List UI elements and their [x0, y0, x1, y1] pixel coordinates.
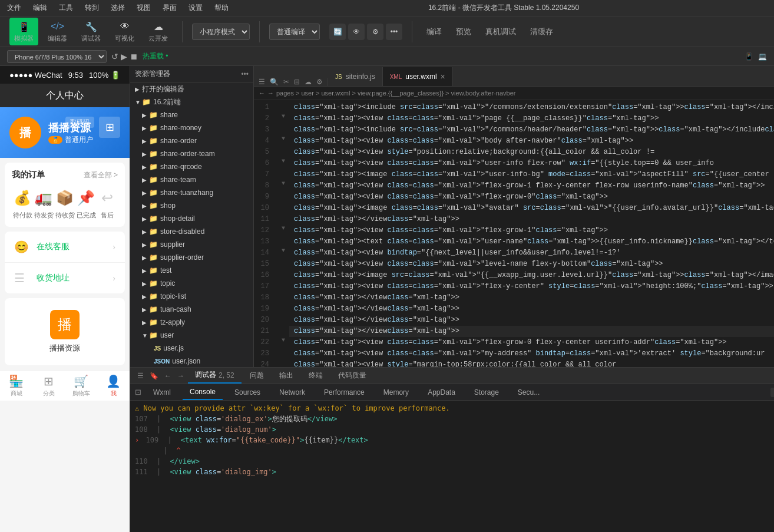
bookmark-icon[interactable]: 🔖 — [147, 372, 161, 380]
compile-button[interactable]: 编译 — [422, 24, 446, 39]
menu-interface[interactable]: 界面 — [160, 2, 179, 14]
footer-cart[interactable]: 🛒 购物车 — [65, 374, 97, 398]
split-icon[interactable]: ⊟ — [292, 78, 302, 86]
folder-user[interactable]: ▼📁user — [130, 329, 253, 342]
code-quality-tab[interactable]: 代码质量 — [331, 368, 373, 384]
folder-share-order[interactable]: ▶📁share-order — [130, 134, 253, 147]
back-icon[interactable]: ← — [259, 90, 265, 97]
online-service-row[interactable]: 😊 在线客服 › — [5, 232, 125, 263]
footer-me[interactable]: 👤 我 — [97, 374, 130, 398]
console-tab[interactable]: Console — [183, 385, 223, 400]
folder-tz-apply[interactable]: ▶📁tz-apply — [130, 316, 253, 329]
console-toggle-icon[interactable]: ⊡ — [135, 388, 141, 396]
compile-select[interactable]: 普通编译 — [269, 24, 320, 40]
settings-nav-icon[interactable]: ⚙ — [314, 78, 325, 86]
folder-share-tuanzhang[interactable]: ▶📁share-tuanzhang — [130, 186, 253, 199]
nav-fwd-icon[interactable]: → — [175, 372, 187, 380]
folder-share-qrcode[interactable]: ▶📁share-qrcode — [130, 160, 253, 173]
menu-edit[interactable]: 编辑 — [31, 2, 49, 14]
footer-category[interactable]: ⊞ 分类 — [32, 374, 65, 398]
wxml-tab[interactable]: Wxml — [146, 385, 178, 400]
play-button[interactable]: ▶ — [121, 52, 127, 61]
folder-supplier[interactable]: ▶📁supplier — [130, 238, 253, 251]
menu-settings[interactable]: 设置 — [186, 2, 205, 14]
sources-tab[interactable]: Sources — [227, 385, 267, 400]
visual-button[interactable]: 👁 可视化 — [110, 18, 139, 45]
extract-code-button[interactable]: 取码码 — [65, 117, 94, 128]
folder-shop-detail[interactable]: ▶📁shop-detail — [130, 212, 253, 225]
qr-code-button[interactable]: ⊞ — [99, 117, 120, 138]
footer-shop[interactable]: 🏪 商城 — [0, 374, 32, 398]
tab-siteinfo[interactable]: JS siteinfo.js — [328, 67, 383, 86]
hot-reload-button[interactable]: 热重载 • — [143, 51, 168, 61]
mode-select[interactable]: 小程序模式 — [192, 24, 250, 40]
debug-panel-icon[interactable]: ☰ — [135, 372, 146, 380]
rotate-button[interactable]: ↺ — [111, 52, 118, 61]
appdata-tab[interactable]: AppData — [421, 385, 462, 400]
address-row[interactable]: ☰ 收货地址 › — [5, 263, 125, 293]
tab-user-wxml[interactable]: XML user.wxml × — [383, 67, 453, 86]
service-selector[interactable]: appservice (#2) — [770, 388, 774, 397]
code-area[interactable]: class="xml-tag"><include src=class="xml-… — [289, 100, 774, 367]
device-select[interactable]: Phone 6/7/8 Plus 100% 16 — [7, 50, 107, 63]
tablet-icon[interactable]: 💻 — [758, 52, 767, 61]
folder-shop[interactable]: ▶📁shop — [130, 199, 253, 212]
orders-more[interactable]: 查看全部 > — [84, 170, 118, 180]
cloud-nav-icon[interactable]: ☁ — [302, 78, 314, 86]
file-panel-more-icon[interactable]: ••• — [241, 70, 249, 78]
root-folder[interactable]: ▼ 📁 16.2前端 — [130, 95, 253, 108]
nav-icon[interactable]: ✂ — [281, 78, 292, 86]
order-icon-aftersale[interactable]: ↩ 售后 — [97, 187, 118, 220]
terminal-tab[interactable]: 终端 — [302, 368, 330, 384]
file-user-json[interactable]: JSONuser.json — [130, 355, 253, 367]
open-editors-section[interactable]: ▶ 打开的编辑器 — [130, 82, 253, 95]
performance-tab[interactable]: Performance — [317, 385, 372, 400]
settings-button[interactable]: ⚙ — [367, 24, 383, 40]
menu-help[interactable]: 帮助 — [212, 2, 231, 14]
storage-tab[interactable]: Storage — [467, 385, 506, 400]
memory-tab[interactable]: Memory — [376, 385, 416, 400]
folder-share[interactable]: ▶📁share — [130, 108, 253, 121]
secu-tab[interactable]: Secu... — [511, 385, 547, 400]
folder-topic-list[interactable]: ▶📁topic-list — [130, 290, 253, 303]
panel-icon[interactable]: ☰ — [256, 78, 267, 86]
folder-store-disabled[interactable]: ▶📁store-disabled — [130, 225, 253, 238]
folder-share-team[interactable]: ▶📁share-team — [130, 173, 253, 186]
forward-icon[interactable]: → — [267, 90, 274, 97]
file-user-js[interactable]: JSuser.js — [130, 342, 253, 355]
folder-tuan-cash[interactable]: ▶📁tuan-cash — [130, 303, 253, 316]
eye-button[interactable]: 👁 — [348, 24, 365, 40]
folder-topic[interactable]: ▶📁topic — [130, 277, 253, 290]
menu-view[interactable]: 视图 — [134, 2, 153, 14]
refresh-button[interactable]: 🔄 — [329, 24, 346, 40]
debugger-tab[interactable]: 调试器 2, 52 — [188, 368, 242, 384]
search-icon[interactable]: 🔍 — [267, 78, 281, 86]
menu-tools[interactable]: 工具 — [57, 2, 75, 14]
real-machine-button[interactable]: 真机调试 — [481, 24, 521, 39]
network-tab[interactable]: Network — [272, 385, 312, 400]
preview-button[interactable]: 预览 — [451, 24, 476, 39]
menu-select[interactable]: 选择 — [108, 2, 127, 14]
folder-share-order-team[interactable]: ▶📁share-order-team — [130, 147, 253, 160]
folder-supplier-order[interactable]: ▶📁supplier-order — [130, 251, 253, 264]
order-icon-done[interactable]: 📌 已完成 — [75, 187, 97, 220]
editor-button[interactable]: </> 编辑器 — [43, 18, 72, 45]
simulator-button[interactable]: 📱 模拟器 — [9, 18, 38, 45]
menu-file[interactable]: 文件 — [5, 2, 24, 14]
order-icon-pending-ship[interactable]: 🚛 待发货 — [33, 187, 54, 220]
order-icon-pending-pay[interactable]: 💰 待付款 — [12, 187, 33, 220]
debugger-button[interactable]: 🔧 调试器 — [77, 18, 105, 45]
problems-tab[interactable]: 问题 — [243, 368, 271, 384]
tab-close-icon[interactable]: × — [441, 72, 445, 81]
output-tab[interactable]: 输出 — [272, 368, 300, 384]
menu-goto[interactable]: 转到 — [82, 2, 101, 14]
nav-back-icon[interactable]: ← — [162, 372, 174, 380]
cloud-button[interactable]: ☁ 云开发 — [144, 18, 173, 45]
folder-test[interactable]: ▶📁test — [130, 264, 253, 277]
folder-share-money[interactable]: ▶📁share-money — [130, 121, 253, 134]
more-button[interactable]: ••• — [386, 24, 402, 40]
order-icon-pending-receive[interactable]: 📦 待收货 — [54, 187, 75, 220]
clear-cache-button[interactable]: 清缓存 — [525, 24, 558, 39]
stop-button[interactable]: ⏹ — [130, 52, 138, 61]
phone-icon[interactable]: 📱 — [745, 52, 753, 61]
